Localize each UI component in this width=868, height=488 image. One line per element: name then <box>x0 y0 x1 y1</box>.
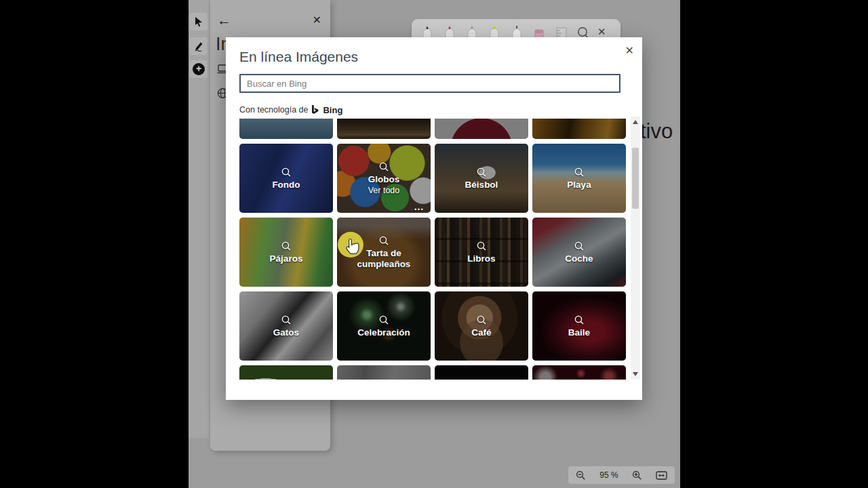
back-arrow-icon[interactable]: ← <box>217 12 231 28</box>
search-icon <box>574 314 585 326</box>
dialog-scrollbar[interactable] <box>631 117 640 380</box>
category-tile-globos[interactable]: Globos Ver todo … <box>337 144 431 213</box>
category-tile-celebracion[interactable]: Celebración <box>337 291 431 361</box>
zoom-in-icon[interactable] <box>632 470 642 481</box>
tile-row-1: Fondo Globos Ver todo … Béisbol <box>239 144 626 213</box>
partial-image-tile[interactable] <box>239 365 333 380</box>
dialog-close-icon[interactable]: ✕ <box>625 44 634 57</box>
zoom-controls: 95 % <box>568 466 675 484</box>
canvas-text-partial: tivo <box>640 119 673 144</box>
tile-label: Globos <box>361 174 407 185</box>
partial-image-tile[interactable] <box>239 119 333 139</box>
pen-icon <box>193 41 204 52</box>
search-icon <box>378 235 390 247</box>
tile-label: Gatos <box>267 327 306 338</box>
category-tile-gatos[interactable]: Gatos <box>239 291 333 361</box>
category-tile-baile[interactable]: Baile <box>532 291 626 361</box>
category-tile-cafe[interactable]: Café <box>435 291 528 361</box>
online-images-dialog: ✕ En línea Imágenes Con tecnología de Bi… <box>226 37 642 400</box>
bing-search-input[interactable] <box>239 74 620 93</box>
partial-row-bottom <box>239 365 626 380</box>
tile-label: Café <box>465 327 498 338</box>
tile-label: Fondo <box>265 180 307 190</box>
tile-label: Baile <box>561 327 597 338</box>
partial-image-tile[interactable] <box>435 119 528 139</box>
tile-label: Playa <box>560 180 597 190</box>
plus-icon: + <box>193 63 205 75</box>
tile-label: Coche <box>558 253 599 264</box>
select-cursor-button[interactable] <box>190 13 208 30</box>
search-icon <box>378 314 390 326</box>
partial-image-tile[interactable] <box>337 365 431 380</box>
tile-label: Libros <box>460 253 502 264</box>
zoom-level: 95 % <box>599 470 618 480</box>
powered-by-row: Con tecnología de Bing <box>239 104 342 115</box>
pen-tool-button[interactable] <box>190 37 208 55</box>
partial-row-top <box>239 119 626 139</box>
pens-toolbar-close-icon[interactable]: ✕ <box>597 26 606 38</box>
search-icon <box>476 241 488 252</box>
category-tile-fondo[interactable]: Fondo <box>239 144 333 213</box>
search-icon <box>574 241 585 252</box>
scrollbar-thumb[interactable] <box>632 148 639 209</box>
left-toolbar: + <box>189 0 209 438</box>
tile-label: Béisbol <box>458 180 505 190</box>
search-icon <box>281 167 292 178</box>
panel-close-icon[interactable]: ✕ <box>313 14 321 26</box>
search-icon <box>378 161 390 173</box>
tile-label: Pájaros <box>263 253 310 264</box>
search-icon <box>574 167 585 178</box>
letterbox-right <box>680 0 868 488</box>
tile-label: Celebración <box>351 327 416 338</box>
partial-image-tile[interactable] <box>532 119 626 139</box>
search-icon <box>476 314 488 326</box>
zoom-out-icon[interactable] <box>576 470 586 481</box>
category-tile-coche[interactable]: Coche <box>532 218 626 287</box>
category-tile-playa[interactable]: Playa <box>532 144 626 213</box>
partial-image-tile[interactable] <box>532 365 626 380</box>
bing-logo-icon <box>311 104 319 115</box>
search-icon <box>281 314 292 326</box>
powered-by-brand: Bing <box>323 105 342 115</box>
tile-row-2: Pájaros Tarta de cumpleaños Libros Coche <box>239 218 626 287</box>
tile-sublabel[interactable]: Ver todo <box>368 186 400 195</box>
category-tile-pajaros[interactable]: Pájaros <box>239 218 333 287</box>
search-icon <box>281 241 292 252</box>
tile-row-3: Gatos Celebración Café Baile <box>239 291 626 361</box>
more-options-icon[interactable]: … <box>414 201 425 212</box>
add-button[interactable]: + <box>190 60 208 78</box>
hand-cursor-icon <box>344 238 361 256</box>
partial-image-tile[interactable] <box>435 365 528 380</box>
dialog-title: En línea Imágenes <box>239 49 358 65</box>
category-grid: Fondo Globos Ver todo … Béisbol <box>239 117 626 380</box>
search-icon <box>476 167 488 178</box>
category-tile-beisbol[interactable]: Béisbol <box>435 144 528 213</box>
powered-by-text: Con tecnología de <box>239 105 308 115</box>
letterbox-left <box>0 0 189 488</box>
category-tile-libros[interactable]: Libros <box>435 218 528 287</box>
scroll-up-icon[interactable] <box>633 120 638 124</box>
partial-image-tile[interactable] <box>337 119 431 139</box>
scroll-down-icon[interactable] <box>633 372 638 376</box>
fit-to-width-icon[interactable] <box>656 471 667 480</box>
cursor-arrow-icon <box>194 16 204 27</box>
